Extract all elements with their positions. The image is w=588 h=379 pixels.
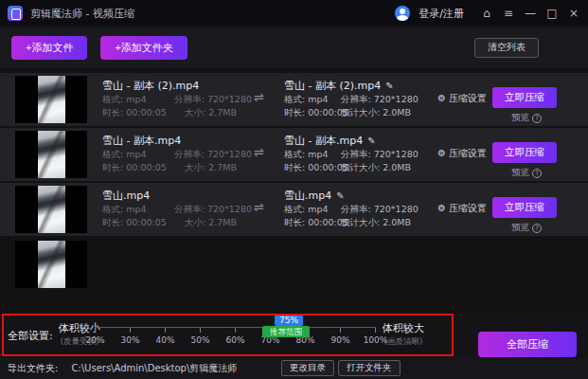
output-info: 雪山.mp4✎ 格式: mp4分辨率: 720*1280 时长: 00:00:0…: [284, 189, 443, 229]
tick-label: 30%: [120, 335, 139, 345]
global-settings-panel: 全部设置: 体积较小 (质量受损) 20% 30% 40% 50% 60% 70…: [0, 315, 454, 356]
tick-label: 90%: [330, 335, 349, 345]
swap-arrows-icon: ⇌: [254, 90, 264, 104]
export-folder-label: 导出文件夹:: [8, 362, 58, 375]
output-format: 格式: mp4: [284, 203, 341, 216]
preview-button[interactable]: 预览?: [511, 167, 542, 179]
snow-mountain-image: [38, 186, 65, 233]
output-filename: 雪山 - 副本.mp4: [284, 135, 363, 147]
output-info: 雪山 - 副本 (2).mp4✎ 格式: mp4分辨率: 720*1280 时长…: [284, 79, 443, 119]
home-icon[interactable]: ⌂: [480, 7, 493, 20]
source-duration: 时长: 00:00:05: [102, 106, 185, 119]
add-file-button[interactable]: +添加文件: [11, 36, 87, 60]
output-duration: 时长: 00:00:05: [284, 216, 341, 229]
open-folder-button[interactable]: 打开文件夹: [338, 360, 401, 376]
minimize-button[interactable]: —: [524, 7, 537, 20]
edit-name-icon[interactable]: ✎: [385, 81, 393, 91]
output-est-size: 预计大小: 2.0MB: [341, 161, 411, 174]
preview-button[interactable]: 预览?: [511, 112, 542, 124]
source-size: 大小: 2.7MB: [185, 161, 237, 174]
output-resolution: 分辨率: 720*1280: [341, 93, 419, 106]
source-resolution: 分辨率: 720*1280: [174, 203, 252, 216]
bottom-bar: 导出文件夹: C:\Users\Admin\Desktop\剪辑魔法师 更改目录…: [0, 358, 588, 379]
source-size: 大小: 2.7MB: [185, 106, 237, 119]
output-format: 格式: mp4: [284, 148, 341, 161]
compress-all-button[interactable]: 全部压缩: [478, 332, 577, 357]
output-duration: 时长: 00:00:05: [284, 106, 341, 119]
larger-size-label: 体积较大 (画质清晰): [383, 321, 424, 348]
output-resolution: 分辨率: 720*1280: [341, 203, 419, 216]
titlebar: 剪辑魔法师 - 视频压缩 登录/注册 ⌂ ≡ — □ ×: [0, 0, 588, 27]
window-title: 剪辑魔法师 - 视频压缩: [30, 7, 134, 21]
close-button[interactable]: ×: [567, 7, 580, 20]
tick-label: 40%: [155, 335, 174, 345]
source-format: 格式: mp4: [102, 203, 174, 216]
edit-name-icon[interactable]: ✎: [367, 135, 375, 146]
source-format: 格式: mp4: [102, 93, 174, 106]
compression-settings-button[interactable]: ⚙压缩设置: [437, 147, 487, 160]
compress-now-button[interactable]: 立即压缩: [492, 197, 557, 218]
gear-icon: ⚙: [437, 148, 446, 158]
tick-label: 60%: [225, 335, 244, 345]
swap-arrows-icon: ⇌: [254, 200, 264, 214]
app-window: 剪辑魔法师 - 视频压缩 登录/注册 ⌂ ≡ — □ × +添加文件 +添加文件…: [0, 0, 588, 379]
file-row-partial: [0, 238, 588, 291]
compression-settings-button[interactable]: ⚙压缩设置: [437, 92, 487, 105]
compression-settings-button[interactable]: ⚙压缩设置: [437, 202, 487, 215]
source-info: 雪山 - 副本.mp4 格式: mp4分辨率: 720*1280 时长: 00:…: [102, 134, 252, 174]
file-list: 雪山 - 副本 (2).mp4 格式: mp4分辨率: 720*1280 时长:…: [0, 68, 588, 315]
source-filename: 雪山 - 副本.mp4: [102, 134, 252, 148]
output-filename: 雪山 - 副本 (2).mp4: [284, 80, 381, 92]
menu-icon[interactable]: ≡: [502, 7, 515, 20]
gear-icon: ⚙: [437, 93, 446, 103]
file-row: 雪山 - 副本 (2).mp4 格式: mp4分辨率: 720*1280 时长:…: [0, 73, 588, 126]
toolbar: +添加文件 +添加文件夹 清空列表: [0, 27, 588, 68]
clear-list-button[interactable]: 清空列表: [474, 38, 539, 58]
tick-label: 20%: [85, 335, 104, 345]
source-duration: 时长: 00:00:05: [102, 216, 185, 229]
output-est-size: 预计大小: 2.0MB: [341, 106, 411, 119]
app-logo-icon: [8, 6, 23, 21]
source-resolution: 分辨率: 720*1280: [174, 93, 252, 106]
help-icon[interactable]: ?: [532, 224, 542, 233]
source-format: 格式: mp4: [102, 148, 174, 161]
gear-icon: ⚙: [437, 203, 446, 213]
video-thumbnail[interactable]: [15, 186, 87, 233]
file-row: 雪山 - 副本.mp4 格式: mp4分辨率: 720*1280 时长: 00:…: [0, 128, 588, 181]
source-size: 大小: 2.7MB: [185, 216, 237, 229]
snow-mountain-image: [38, 131, 65, 178]
quality-slider-ticks: 20% 30% 40% 50% 60% 70% 80% 90% 100%: [78, 328, 393, 345]
preview-button[interactable]: 预览?: [511, 222, 542, 234]
output-format: 格式: mp4: [284, 93, 341, 106]
maximize-button[interactable]: □: [545, 7, 559, 20]
source-info: 雪山 - 副本 (2).mp4 格式: mp4分辨率: 720*1280 时长:…: [102, 79, 252, 119]
file-row: 雪山.mp4 格式: mp4分辨率: 720*1280 时长: 00:00:05…: [0, 183, 588, 236]
add-folder-button[interactable]: +添加文件夹: [100, 36, 187, 60]
output-info: 雪山 - 副本.mp4✎ 格式: mp4分辨率: 720*1280 时长: 00…: [284, 134, 443, 174]
titlebar-controls: 登录/注册 ⌂ ≡ — □ ×: [395, 6, 580, 21]
output-duration: 时长: 00:00:05: [284, 161, 341, 174]
slider-value-badge: 75%: [275, 315, 303, 326]
recommended-range-badge: 推荐范围: [262, 326, 310, 337]
source-filename: 雪山 - 副本 (2).mp4: [102, 79, 252, 93]
login-register-button[interactable]: 登录/注册: [419, 7, 464, 21]
source-duration: 时长: 00:00:05: [102, 161, 185, 174]
output-resolution: 分辨率: 720*1280: [341, 148, 419, 161]
output-est-size: 预计大小: 2.0MB: [341, 216, 411, 229]
snow-mountain-image: [38, 76, 65, 123]
compress-now-button[interactable]: 立即压缩: [492, 142, 557, 163]
user-avatar[interactable]: [395, 6, 410, 21]
export-folder-path: C:\Users\Admin\Desktop\剪辑魔法师: [71, 362, 237, 375]
video-thumbnail[interactable]: [15, 131, 87, 178]
source-filename: 雪山.mp4: [102, 189, 252, 203]
compress-now-button[interactable]: 立即压缩: [492, 87, 557, 108]
settings-label: 全部设置:: [8, 329, 53, 343]
video-thumbnail[interactable]: [15, 76, 87, 123]
snow-mountain-image: [38, 241, 65, 288]
video-thumbnail[interactable]: [15, 241, 87, 288]
change-directory-button[interactable]: 更改目录: [281, 360, 334, 376]
help-icon[interactable]: ?: [532, 169, 542, 178]
source-resolution: 分辨率: 720*1280: [174, 148, 252, 161]
help-icon[interactable]: ?: [532, 114, 542, 123]
edit-name-icon[interactable]: ✎: [336, 190, 344, 201]
